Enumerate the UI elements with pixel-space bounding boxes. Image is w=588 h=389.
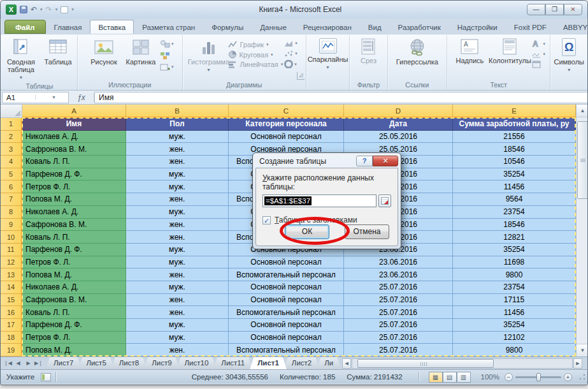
cell[interactable]: Вспомогательный персонал [229,306,344,319]
bar-chart-button[interactable]: Линейчатая▾ [228,61,283,68]
cell[interactable]: муж. [126,131,229,143]
cell[interactable]: жен. [126,156,229,168]
cell[interactable]: Основной персонал [229,319,344,332]
cell[interactable]: 25.05.2016 [344,131,453,143]
ok-button[interactable]: ОК [285,224,329,239]
row-header-14[interactable]: 14 [1,281,22,294]
row-header-15[interactable]: 15 [1,294,22,307]
cell[interactable]: 11456 [453,180,576,193]
textbox-button[interactable]: A Надпись [452,37,487,64]
cell[interactable]: Парфенов Д. Ф. [22,168,126,181]
cell[interactable]: Коваль Л. П. [22,156,126,168]
vertical-scrollbar[interactable]: ▲ ▼ [576,105,588,356]
charts-dialog-launcher-icon[interactable]: ◿ [297,72,305,80]
cancel-button[interactable]: Отмена [345,224,389,239]
cell[interactable]: Попова М. Д. [22,344,126,356]
cell[interactable]: Имя [22,118,126,131]
pivot-table-button[interactable]: Сводная таблица ▼ [3,37,39,82]
symbols-button[interactable]: Ω Символы ▼ [551,37,587,74]
cell[interactable]: Вспомогательный персонал [229,344,344,356]
cell[interactable]: 18546 [453,143,576,156]
dialog-close-icon[interactable]: ✕ [373,156,398,166]
row-header-18[interactable]: 18 [1,332,22,344]
row-header-6[interactable]: 6 [1,180,22,193]
shapes-button[interactable]: ▾ [160,40,174,48]
cell[interactable]: Основной персонал [229,281,344,294]
cell[interactable]: Коваль Л. П. [22,306,126,319]
cell[interactable]: 25.07.2016 [344,281,453,294]
close-button[interactable]: ✕ [564,4,582,15]
scroll-left-icon[interactable]: ◀ [342,358,351,369]
cell[interactable]: муж. [126,168,229,181]
cell[interactable]: 10546 [453,156,576,168]
cell[interactable]: Сафронова В. М. [22,143,126,156]
dialog-title-bar[interactable]: Создание таблицы ? ✕ [253,153,401,168]
cell[interactable]: жен. [126,143,229,156]
area-chart-button[interactable]: ▾ [284,40,298,47]
horizontal-scroll-thumb[interactable] [357,359,494,368]
cell[interactable]: Сафронова В. М. [22,294,126,307]
cell[interactable]: Основной персонал [229,131,344,143]
row-header-19[interactable]: 19 [1,344,22,356]
cell[interactable]: 12102 [453,332,576,344]
save-button[interactable] [20,6,27,13]
row-header-7[interactable]: 7 [1,193,22,206]
sparklines-button[interactable]: Спарклайны ▼ [310,37,346,71]
row-header-3[interactable]: 3 [1,143,22,156]
page-break-view-button[interactable]: ▥ [457,372,471,383]
column-header-A[interactable]: A [22,105,126,118]
row-header-13[interactable]: 13 [1,268,22,281]
column-header-E[interactable]: E [453,105,576,118]
smartart-button[interactable] [160,51,174,60]
cell[interactable]: 9564 [453,193,576,206]
cell[interactable]: Дата [344,118,453,131]
cell[interactable]: Основной персонал [229,332,344,344]
vertical-scroll-track[interactable] [577,117,588,344]
table-range-input[interactable]: =$A$1:$E$37 [262,194,376,207]
cell[interactable]: 23754 [453,206,576,219]
ribbon-tab-7[interactable]: Вид [360,20,390,34]
scroll-right-icon[interactable]: ▶ [573,358,582,369]
row-header-16[interactable]: 16 [1,306,22,319]
cell[interactable]: Сумма заработной платы, ру [453,118,576,131]
macro-record-icon[interactable] [41,373,51,381]
headerfooter-button[interactable]: Колонтитулы [489,37,531,64]
cell[interactable]: жен. [126,219,229,231]
row-header-9[interactable]: 9 [1,219,22,231]
cell[interactable]: Основной персонал [229,294,344,307]
undo-dropdown-icon[interactable]: ▾ [40,7,43,12]
next-sheet-icon[interactable]: ▶ [24,360,33,366]
cell[interactable]: 23754 [453,281,576,294]
ribbon-tab-6[interactable]: Рецензирован [295,20,360,34]
headers-checkbox[interactable]: ✓ [262,216,271,224]
minimize-button[interactable]: — [527,4,545,15]
cell[interactable]: 35254 [453,244,576,256]
cell[interactable]: Николаев А. Д. [22,206,126,219]
name-box[interactable]: A1 ▾ [2,92,69,103]
cell[interactable]: 23.06.2016 [344,268,453,281]
picture-button[interactable]: Рисунок [86,37,122,66]
cell[interactable]: 12821 [453,231,576,244]
cell[interactable]: 35254 [453,168,576,181]
column-header-C[interactable]: C [229,105,344,118]
column-header-D[interactable]: D [344,105,453,118]
hyperlink-button[interactable]: Гиперссылка [391,37,444,66]
select-all-corner[interactable] [1,105,22,118]
horizontal-scrollbar[interactable]: ◀ ▶ [342,357,587,369]
cell[interactable]: 35254 [453,319,576,332]
dialog-help-icon[interactable]: ? [356,156,373,166]
scatter-chart-button[interactable]: ▾ [284,50,298,57]
name-box-dropdown-icon[interactable]: ▾ [35,94,68,100]
row-header-4[interactable]: 4 [1,156,22,168]
cell[interactable]: Петров Ф. Л. [22,256,126,269]
cell[interactable]: муж. [126,319,229,332]
ribbon-tab-1[interactable]: Главная [46,20,90,34]
ribbon-tab-0[interactable]: Файл [4,20,46,34]
sheet-tab-2[interactable]: Лист8 [111,357,147,369]
cell[interactable]: Пол [126,118,229,131]
cell[interactable]: муж. [126,281,229,294]
cell[interactable]: 11456 [453,306,576,319]
restore-button[interactable]: ❐ [545,4,564,15]
cell[interactable]: Парфенов Д. Ф. [22,244,126,256]
cell[interactable]: 25.07.2016 [344,344,453,356]
